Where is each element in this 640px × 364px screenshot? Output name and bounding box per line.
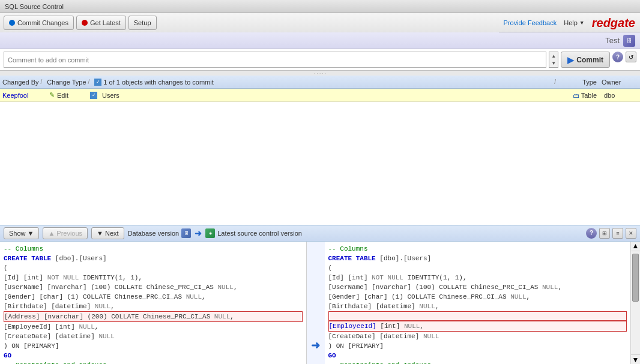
prev-arrow-icon: ▲ <box>48 230 55 237</box>
comment-area: ▲ ▼ ▶ Commit ? ↺ <box>0 49 640 71</box>
col-owner-header: Owner <box>602 79 638 86</box>
version-arrow-icon: ➜ <box>195 228 202 238</box>
code-diff-line: [Address] [nvarchar] (200) COLLATE Chine… <box>4 311 303 322</box>
sc-version-label: ◈ Latest source control version <box>205 228 302 238</box>
close-diff-icon[interactable]: ✕ <box>626 228 636 239</box>
code-right-comment: -- Columns <box>328 244 627 254</box>
change-type-cell: ✎ Edit <box>49 91 85 99</box>
diff-direction-icon: ➜ <box>311 339 320 352</box>
obj-type-cell: 🗃 Table <box>561 92 597 99</box>
select-all-checkbox[interactable]: ✓ <box>94 79 101 86</box>
code-right-pane: -- Columns CREATE TABLE [dbo].[Users] ( … <box>325 242 631 365</box>
sc-version-icon: ◈ <box>205 228 215 238</box>
scroll-down-btn[interactable]: ▼ <box>631 354 640 364</box>
get-latest-dot-icon <box>82 20 88 26</box>
title-bar: SQL Source Control <box>0 0 640 13</box>
code-line: [CreateDate] [datetime] NULL <box>4 332 303 341</box>
code-line: [Id] [int] NOT NULL IDENTITY(1, 1), <box>4 273 303 282</box>
code-line: [EmployeeId] [int] NULL, <box>4 322 303 332</box>
resize-divider[interactable]: · · · · · <box>0 71 640 76</box>
table-row[interactable]: Keepfool ✎ Edit ✓ Users 🗃 Table dbo <box>0 89 640 102</box>
code-line: CREATE TABLE [dbo].[Users] <box>328 254 627 263</box>
table-header: Changed By / Change Type / ✓ 1 of 1 obje… <box>0 76 640 89</box>
test-label: Test <box>605 36 620 45</box>
code-diff-line <box>328 311 627 321</box>
code-line: [CreateDate] [datetime] NULL <box>328 332 627 341</box>
show-chevron-icon: ▼ <box>28 230 34 237</box>
code-line: [Gender] [char] (1) COLLATE Chinese_PRC_… <box>4 292 303 302</box>
col-change-type-header: Change Type / <box>47 79 89 86</box>
vertical-scrollbar[interactable]: ▲ ▼ <box>630 242 640 365</box>
code-diff-area: -- Columns CREATE TABLE [dbo].[Users] ( … <box>0 242 640 365</box>
next-arrow-icon: ▼ <box>97 230 103 237</box>
diff-help-icon[interactable]: ? <box>586 228 597 239</box>
test-header: Test 🗄 <box>0 32 640 49</box>
code-line: -- Constraints and Indexes <box>328 360 627 365</box>
bottom-right-icons: ? ⊞ ≡ ✕ <box>586 228 636 239</box>
code-line: [UserName] [nvarchar] (100) COLLATE Chin… <box>328 282 627 292</box>
pencil-icon: ✎ <box>49 91 55 99</box>
code-line: [Gender] [char] (1) COLLATE Chinese_PRC_… <box>328 292 627 302</box>
table-icon: 🗃 <box>573 92 579 99</box>
code-diff-line: [EmployeeId] [int] NULL, <box>328 321 627 332</box>
code-line: ) ON [PRIMARY] <box>328 341 627 351</box>
bottom-toolbar: Show ▼ ▲ Previous ▼ Next Database versio… <box>0 225 640 242</box>
code-line: [UserName] [nvarchar] (100) COLLATE Chin… <box>4 282 303 292</box>
obj-owner-cell: dbo <box>602 92 638 99</box>
inline-icon[interactable]: ≡ <box>612 228 623 239</box>
help-label: Help <box>564 19 578 26</box>
object-name-cell: Users <box>102 92 556 99</box>
logo-text: redgate <box>592 16 635 30</box>
code-line: [Birthdate] [datetime] NULL, <box>328 302 627 311</box>
col-type-header: Type <box>561 79 597 86</box>
code-line: GO <box>328 351 627 360</box>
code-line: CREATE TABLE [dbo].[Users] <box>4 254 303 263</box>
code-left-pane: -- Columns CREATE TABLE [dbo].[Users] ( … <box>0 242 307 365</box>
diff-arrow: ➜ <box>307 242 325 365</box>
commit-changes-button[interactable]: Commit Changes <box>4 16 74 30</box>
code-line: [Birthdate] [datetime] NULL, <box>4 302 303 311</box>
logo-area: redgate <box>592 16 635 30</box>
db-version-label: Database version 🗄 <box>128 228 192 238</box>
commit-arrow-icon: ▶ <box>567 55 574 65</box>
changed-by-cell: Keepfool <box>2 92 44 99</box>
commit-changes-label: Commit Changes <box>17 19 68 26</box>
show-button[interactable]: Show ▼ <box>4 227 39 239</box>
next-button[interactable]: ▼ Next <box>91 227 124 239</box>
setup-button[interactable]: Setup <box>128 16 157 30</box>
database-icon: 🗄 <box>623 35 635 47</box>
commit-button[interactable]: ▶ Commit <box>561 52 610 68</box>
code-line: GO <box>4 351 303 360</box>
scroll-down-icon[interactable]: ▼ <box>549 60 558 68</box>
commit-help-icon[interactable]: ? <box>612 52 623 62</box>
code-line: ( <box>4 263 303 273</box>
comment-scrollbar[interactable]: ▲ ▼ <box>549 52 558 68</box>
code-line: -- Constraints and Indexes <box>4 360 303 365</box>
setup-label: Setup <box>134 19 151 26</box>
title-label: SQL Source Control <box>5 3 64 10</box>
comment-input[interactable] <box>4 52 546 68</box>
scroll-up-icon[interactable]: ▲ <box>549 52 558 60</box>
code-line: ) ON [PRIMARY] <box>4 341 303 351</box>
main-area: Test 🗄 ▲ ▼ ▶ Commit ? ↺ · · · · · Change… <box>0 32 640 364</box>
commit-button-label: Commit <box>576 56 603 64</box>
object-checkbox[interactable]: ✓ <box>90 92 97 99</box>
help-button[interactable]: Help ▼ <box>564 19 585 26</box>
get-latest-label: Get Latest <box>90 19 121 26</box>
code-line: ( <box>328 263 627 273</box>
previous-button[interactable]: ▲ Previous <box>43 227 88 239</box>
table-empty-area <box>0 102 640 225</box>
code-left-comment: -- Columns <box>4 244 303 254</box>
refresh-icon[interactable]: ↺ <box>626 52 636 62</box>
col-objects-header: ✓ 1 of 1 objects with changes to commit <box>94 79 213 86</box>
help-chevron-icon: ▼ <box>579 20 585 26</box>
scroll-thumb[interactable] <box>632 254 639 302</box>
provide-feedback-link[interactable]: Provide Feedback <box>504 19 557 26</box>
get-latest-button[interactable]: Get Latest <box>76 16 126 30</box>
commit-dot-icon <box>9 20 15 26</box>
code-line: [Id] [int] NOT NULL IDENTITY(1, 1), <box>328 273 627 282</box>
scroll-up-btn[interactable]: ▲ <box>631 242 640 251</box>
col-changed-by-header: Changed By / <box>2 79 42 86</box>
side-by-side-icon[interactable]: ⊞ <box>599 228 610 239</box>
db-version-icon: 🗄 <box>181 228 191 238</box>
